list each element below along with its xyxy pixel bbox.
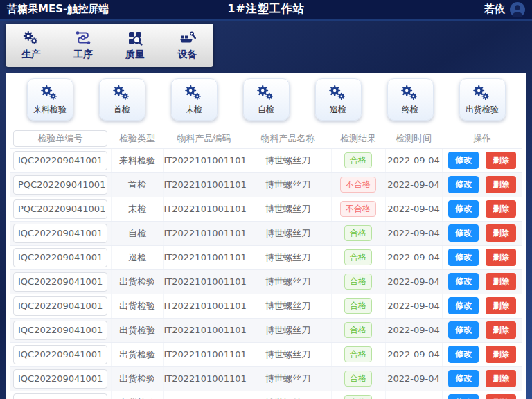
table-row: PQC202209041001 首检 IT2022101001101 博世螺丝刀… <box>10 172 522 197</box>
table-row: IQC202209041001 出货检验 IT2022101001101 博世螺… <box>10 342 522 366</box>
result-badge: 合格 <box>344 371 372 387</box>
delete-button[interactable]: 删除 <box>486 249 516 265</box>
double-gear-icon <box>184 84 204 103</box>
header-inspection-type: 检验类型 <box>111 130 163 148</box>
user-menu[interactable]: 若依 <box>484 2 525 17</box>
material-name-cell: 博世螺丝刀 <box>245 221 331 245</box>
top-bar: 苦糖果MES-触控屏端 1#注塑工作站 若依 <box>0 0 532 21</box>
table-row: IQC202209041001 出货检验 IT2022101001101 博世螺… <box>10 391 522 399</box>
delete-button[interactable]: 删除 <box>486 200 516 217</box>
inspection-tab[interactable]: 自检 <box>243 78 290 121</box>
double-gear-icon <box>400 84 420 103</box>
nav-label: 生产 <box>21 48 41 61</box>
edit-button[interactable]: 修改 <box>448 346 479 362</box>
date-cell: 2022-09-04 <box>385 342 442 366</box>
delete-button[interactable]: 删除 <box>486 297 516 314</box>
inspection-type-cell: 出货检验 <box>111 391 163 399</box>
material-name-cell: 博世螺丝刀 <box>245 342 331 366</box>
table-row: IQC202209041001 来料检验 IT2022101001101 博世螺… <box>10 148 522 172</box>
inspection-tab[interactable]: 来料检验 <box>27 78 73 121</box>
nav-label: 工序 <box>73 48 93 61</box>
edit-button[interactable]: 修改 <box>448 321 479 338</box>
nav-process-button[interactable]: 工序 <box>57 24 109 66</box>
result-badge: 合格 <box>344 346 372 362</box>
tab-label: 巡检 <box>330 104 346 116</box>
inspection-tab[interactable]: 终检 <box>387 78 434 121</box>
inspection-tab[interactable]: 首检 <box>99 78 145 121</box>
nav-label: 质量 <box>125 48 145 61</box>
inspection-tab[interactable]: 巡检 <box>315 78 362 121</box>
edit-button[interactable]: 修改 <box>448 394 479 399</box>
edit-button[interactable]: 修改 <box>448 249 479 265</box>
tab-label: 末检 <box>186 104 202 116</box>
inspection-type-cell: 巡检 <box>111 245 163 269</box>
material-code-cell: IT2022101001101 <box>163 148 245 172</box>
result-badge: 合格 <box>344 298 372 314</box>
delete-button[interactable]: 删除 <box>486 346 516 362</box>
result-badge: 合格 <box>344 152 372 168</box>
tab-label: 出货检验 <box>466 104 499 116</box>
material-name-cell: 博世螺丝刀 <box>245 391 331 399</box>
nav-production-button[interactable]: 生产 <box>6 24 57 66</box>
inspection-no-cell: IQC202209041001 <box>13 393 107 399</box>
tab-label: 终检 <box>402 104 418 116</box>
nav-equipment-button[interactable]: 设备 <box>161 24 213 66</box>
edit-button[interactable]: 修改 <box>448 224 479 241</box>
equipment-wrench-icon <box>179 30 197 46</box>
table-row: IQC202209041001 出货检验 IT2022101001101 博世螺… <box>10 366 522 391</box>
material-code-cell: IT2022101001101 <box>163 342 245 366</box>
delete-button[interactable]: 删除 <box>486 224 516 241</box>
inspection-type-cell: 出货检验 <box>111 294 163 318</box>
material-code-cell: IT2022101001101 <box>163 172 245 197</box>
date-cell: 2022-09-04 <box>385 197 442 221</box>
edit-button[interactable]: 修改 <box>448 152 479 168</box>
table-row: IQC202209041001 出货检验 IT2022101001101 博世螺… <box>10 294 522 318</box>
nav-label: 设备 <box>178 48 197 61</box>
material-name-cell: 博世螺丝刀 <box>245 245 331 269</box>
inspection-tab[interactable]: 末检 <box>171 78 218 121</box>
delete-button[interactable]: 删除 <box>486 176 516 193</box>
delete-button[interactable]: 删除 <box>486 321 516 338</box>
inspection-type-cell: 首检 <box>111 172 163 197</box>
date-cell: 2022-09-04 <box>385 148 442 172</box>
edit-button[interactable]: 修改 <box>448 200 479 217</box>
material-code-cell: IT2022101001101 <box>163 245 245 269</box>
double-gear-icon <box>39 84 60 103</box>
inspection-type-cell: 出货检验 <box>111 318 163 342</box>
header-material-code: 物料产品编码 <box>163 130 245 148</box>
edit-button[interactable]: 修改 <box>448 176 479 193</box>
inspection-no-cell: IQC202209041001 <box>13 272 107 292</box>
table-row: IQC202209041001 巡检 IT2022101001101 博世螺丝刀… <box>10 245 522 269</box>
date-cell: 2022-09-04 <box>385 245 442 269</box>
inspection-no-cell: IQC202209041001 <box>13 296 107 316</box>
delete-button[interactable]: 删除 <box>486 394 516 399</box>
inspection-no-cell: IQC202209041001 <box>13 369 107 389</box>
date-cell: 2022-09-04 <box>385 391 442 399</box>
edit-button[interactable]: 修改 <box>448 297 479 314</box>
result-badge: 不合格 <box>340 177 376 193</box>
result-badge: 合格 <box>344 225 372 241</box>
material-name-cell: 博世螺丝刀 <box>245 366 331 391</box>
edit-button[interactable]: 修改 <box>448 370 479 387</box>
delete-button[interactable]: 删除 <box>486 370 516 387</box>
material-code-cell: IT2022101001101 <box>163 221 245 245</box>
table-row: IQC202209041001 出货检验 IT2022101001101 博世螺… <box>10 318 522 342</box>
date-cell: 2022-09-04 <box>385 294 442 318</box>
inspection-tab[interactable]: 出货检验 <box>459 78 506 121</box>
inspection-no-cell: IQC202209041001 <box>13 151 107 170</box>
username: 若依 <box>484 3 505 16</box>
double-gear-icon <box>112 84 132 103</box>
delete-button[interactable]: 删除 <box>486 273 516 290</box>
inspection-type-cell: 来料检验 <box>111 148 163 172</box>
date-cell: 2022-09-04 <box>385 269 442 294</box>
inspection-no-cell: IQC202209041001 <box>13 224 107 243</box>
material-name-cell: 博世螺丝刀 <box>245 172 331 197</box>
user-avatar-icon[interactable] <box>510 2 525 17</box>
inspection-tabs: 来料检验 首检 末检 自检 巡检 终检 出货检验 <box>6 73 526 121</box>
edit-button[interactable]: 修改 <box>448 273 479 290</box>
delete-button[interactable]: 删除 <box>486 152 516 168</box>
material-code-cell: IT2022101001101 <box>163 366 245 391</box>
table-row: PQC202209041001 末检 IT2022101001101 博世螺丝刀… <box>10 197 522 221</box>
material-name-cell: 博世螺丝刀 <box>245 294 331 318</box>
nav-quality-button[interactable]: 质量 <box>109 24 161 66</box>
